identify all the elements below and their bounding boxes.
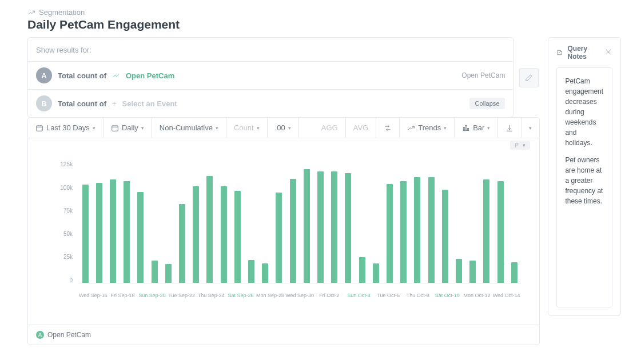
event-a-name[interactable]: Open PetCam xyxy=(126,71,174,80)
event-a-prefix: Total count of xyxy=(58,71,106,80)
trends-icon xyxy=(407,124,415,132)
more-button[interactable]: ▾ xyxy=(521,118,539,138)
bar[interactable] xyxy=(331,171,337,283)
x-tick: Sun Sep-20 xyxy=(137,293,167,298)
bar[interactable] xyxy=(387,184,393,283)
event-b-placeholder[interactable]: Select an Event xyxy=(122,99,177,108)
close-notes-button[interactable] xyxy=(604,48,612,58)
x-tick: Mon Sep-28 xyxy=(256,293,285,298)
x-tick: Sun Oct-4 xyxy=(344,293,374,298)
bar-chart-icon xyxy=(462,124,470,132)
x-tick: Wed Sep-16 xyxy=(78,293,108,298)
svg-rect-10 xyxy=(467,128,468,130)
decimals-picker[interactable]: .00▾ xyxy=(268,118,299,138)
show-results-label: Show results for: xyxy=(28,38,513,61)
svg-rect-0 xyxy=(37,125,43,130)
close-icon xyxy=(604,48,612,56)
bar[interactable] xyxy=(290,179,296,283)
bar[interactable] xyxy=(221,186,227,283)
date-range-picker[interactable]: Last 30 Days▾ xyxy=(28,118,103,138)
chart-type-picker[interactable]: Bar▾ xyxy=(455,118,498,138)
x-tick: Thu Sep-24 xyxy=(197,293,226,298)
segmentation-icon xyxy=(27,9,35,17)
x-tick: Sat Sep-26 xyxy=(226,293,256,298)
event-badge-b: B xyxy=(36,95,52,111)
y-tick: 25k xyxy=(46,254,73,260)
bar[interactable] xyxy=(373,263,379,283)
x-tick: Tue Sep-22 xyxy=(167,293,197,298)
x-tick: Wed Oct-14 xyxy=(492,293,521,298)
page-title: Daily PetCam Engagement xyxy=(27,18,602,31)
bar[interactable] xyxy=(317,171,324,283)
trends-picker[interactable]: Trends▾ xyxy=(400,118,455,138)
y-tick: 0 xyxy=(46,277,73,283)
calendar-icon xyxy=(35,124,43,132)
bar[interactable] xyxy=(96,183,102,283)
bar[interactable] xyxy=(511,262,517,283)
notes-icon xyxy=(556,49,563,57)
legend-label: Open PetCam xyxy=(47,331,91,339)
svg-rect-9 xyxy=(465,125,467,130)
x-tick: Fri Sep-18 xyxy=(108,293,138,298)
y-tick: 125k xyxy=(46,161,73,167)
note-paragraph: Pet owners are home at a greater frequen… xyxy=(565,155,604,206)
bar[interactable] xyxy=(193,186,199,283)
bar[interactable] xyxy=(359,257,365,283)
bar[interactable] xyxy=(137,192,144,284)
agg-button[interactable]: AGG xyxy=(314,118,346,138)
bar[interactable] xyxy=(206,176,213,283)
legend-badge: A xyxy=(36,331,44,339)
x-tick: Tue Oct-6 xyxy=(373,293,403,298)
chart-toolbar: Last 30 Days▾ Daily▾ Non-Cumulative▾ Cou… xyxy=(28,118,539,138)
bar[interactable] xyxy=(152,261,158,283)
bar[interactable] xyxy=(165,264,172,283)
calendar-icon xyxy=(111,124,119,132)
avg-button[interactable]: AVG xyxy=(346,118,377,138)
bar[interactable] xyxy=(234,191,241,283)
bar[interactable] xyxy=(428,177,435,283)
count-picker[interactable]: Count▾ xyxy=(226,118,268,138)
svg-rect-4 xyxy=(112,125,118,130)
legend-row[interactable]: A Open PetCam xyxy=(28,325,539,345)
collapse-button[interactable]: Collapse xyxy=(469,98,505,109)
y-tick: 50k xyxy=(46,231,73,237)
x-tick: Wed Sep-30 xyxy=(285,293,314,298)
x-tick: Mon Oct-12 xyxy=(462,293,492,298)
edit-button[interactable] xyxy=(519,68,539,87)
svg-rect-8 xyxy=(463,127,464,130)
download-icon xyxy=(505,124,513,132)
bar[interactable] xyxy=(469,261,476,283)
bar[interactable] xyxy=(304,169,310,283)
cumulative-picker[interactable]: Non-Cumulative▾ xyxy=(152,118,226,138)
chart-area: 125k100k75k50k25k0 Wed Sep-16Fri Sep-18S… xyxy=(37,144,530,315)
download-button[interactable] xyxy=(498,118,521,138)
bar[interactable] xyxy=(248,260,254,283)
compare-icon xyxy=(384,124,392,132)
event-b-prefix: Total count of xyxy=(58,99,106,108)
event-row-b[interactable]: B Total count of + Select an Event Colla… xyxy=(28,90,513,117)
bar[interactable] xyxy=(345,173,351,283)
notes-body[interactable]: PetCam engagement decreases during weeke… xyxy=(556,67,612,307)
bar[interactable] xyxy=(110,179,116,283)
bar[interactable] xyxy=(400,181,407,283)
spark-icon xyxy=(112,71,120,79)
bar[interactable] xyxy=(414,177,420,283)
bar[interactable] xyxy=(124,181,130,283)
bar[interactable] xyxy=(497,181,504,283)
bar[interactable] xyxy=(82,185,89,283)
event-row-a[interactable]: A Total count of Open PetCam Open PetCam xyxy=(28,62,513,90)
bar[interactable] xyxy=(456,259,462,283)
bar[interactable] xyxy=(262,263,268,283)
pencil-icon xyxy=(525,74,533,82)
x-tick: Sat Oct-10 xyxy=(433,293,463,298)
granularity-picker[interactable]: Daily▾ xyxy=(103,118,152,138)
bar[interactable] xyxy=(179,204,185,283)
event-badge-a: A xyxy=(36,67,52,83)
bar[interactable] xyxy=(483,179,489,283)
compare-button[interactable] xyxy=(376,118,400,138)
bar[interactable] xyxy=(442,190,448,283)
bar[interactable] xyxy=(276,193,282,283)
note-paragraph: PetCam engagement decreases during weeke… xyxy=(565,76,604,148)
y-tick: 75k xyxy=(46,207,73,214)
y-tick: 100k xyxy=(46,185,73,191)
